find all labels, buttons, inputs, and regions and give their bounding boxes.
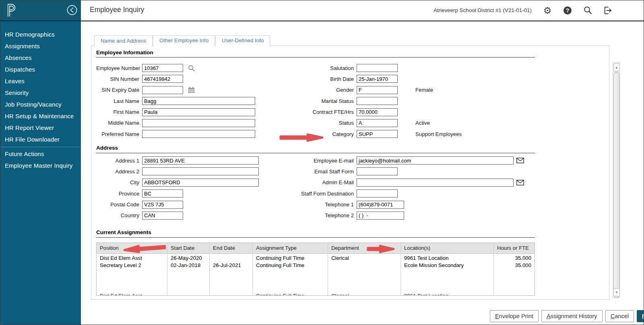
- cancel-button[interactable]: Cancel: [605, 310, 634, 322]
- calendar-icon[interactable]: [188, 87, 195, 93]
- first-name-field[interactable]: [142, 108, 255, 116]
- search-icon[interactable]: [583, 6, 592, 15]
- assignment-history-button[interactable]: Assignment History: [541, 310, 603, 322]
- help-icon[interactable]: ?: [563, 6, 572, 15]
- status-description: Active: [415, 120, 430, 126]
- category-description: Support Employees: [415, 131, 462, 137]
- marital-status-label: Marital Status: [264, 98, 354, 104]
- sidebar-item-hr-report-viewer[interactable]: HR Report Viewer: [0, 122, 81, 134]
- city-field[interactable]: [142, 179, 259, 187]
- contract-fte-hrs-field[interactable]: [357, 108, 398, 116]
- admin-email-label: Admin E-Mail: [264, 179, 354, 185]
- table-cell: Ecole Mission Secondary: [401, 262, 493, 269]
- address1-field[interactable]: [142, 156, 259, 165]
- birth-date-field[interactable]: [357, 75, 398, 83]
- assignment-type-link[interactable]: Continuing Full Time: [253, 292, 328, 295]
- sidebar-item-employee-master-inquiry[interactable]: Employee Master Inquiry: [0, 160, 81, 172]
- sidebar-item-leaves[interactable]: Leaves: [0, 76, 81, 87]
- content-panel: Employee Information Employee Number SIN…: [91, 45, 609, 300]
- column-header-assignment-type[interactable]: Assignment Type: [253, 243, 328, 253]
- employee-email-field[interactable]: [357, 156, 514, 165]
- postal-code-field[interactable]: [142, 201, 183, 209]
- telephone1-label: Telephone 1: [264, 202, 354, 208]
- position-column: Dist Ed Elem Asst Secretary Level 2 Dist…: [97, 254, 167, 295]
- logout-icon[interactable]: [603, 6, 612, 15]
- category-label: Category: [264, 131, 354, 137]
- sin-expiry-date-label: SIN Expiry Date: [96, 87, 139, 93]
- staff-form-destination-field[interactable]: [357, 189, 398, 197]
- column-header-department[interactable]: Department: [328, 243, 401, 253]
- next-button[interactable]: Next: [637, 310, 644, 322]
- address1-label: Address 1: [96, 158, 139, 164]
- table-cell: 35.000: [494, 255, 535, 262]
- middle-name-field[interactable]: [142, 119, 255, 127]
- last-name-field[interactable]: [142, 97, 255, 105]
- current-assignments-heading: Current Assignments: [96, 229, 151, 235]
- table-cell: Clerical: [328, 255, 400, 262]
- sidebar-item-hr-file-downloader[interactable]: HR File Downloader: [0, 134, 81, 146]
- end-date-column: 26-Jul-2021: [210, 254, 253, 295]
- column-header-position[interactable]: Position: [97, 243, 167, 253]
- sidebar-item-hr-demographics[interactable]: HR Demographics: [0, 29, 81, 41]
- sidebar: HR Demographics Assignments Absences Dis…: [0, 0, 81, 325]
- gender-field[interactable]: [357, 86, 398, 94]
- email-staff-form-field[interactable]: [357, 167, 398, 175]
- sidebar-item-absences[interactable]: Absences: [0, 52, 81, 64]
- sin-number-field[interactable]: [142, 75, 183, 83]
- column-header-end-date[interactable]: End Date: [210, 243, 253, 253]
- employee-number-field[interactable]: [142, 64, 183, 72]
- tab-name-and-address[interactable]: Name and Address: [94, 35, 153, 46]
- province-label: Province: [96, 191, 139, 197]
- salutation-field[interactable]: [357, 64, 398, 72]
- hours-or-fte-column: 35.000 35.000: [494, 254, 535, 295]
- sidebar-item-assignments[interactable]: Assignments: [0, 41, 81, 52]
- sidebar-collapse-button[interactable]: [66, 4, 78, 16]
- sidebar-item-seniority[interactable]: Seniority: [0, 87, 81, 99]
- employee-info-right-column: Salutation Birth Date Gender Female Mari…: [264, 64, 546, 138]
- assignments-table-header: Position Start Date End Date Assignment …: [97, 243, 535, 254]
- employee-number-label: Employee Number: [96, 65, 139, 71]
- sidebar-item-hr-setup-maintenance[interactable]: HR Setup & Maintenance: [0, 111, 81, 122]
- address2-field[interactable]: [142, 167, 259, 175]
- section-rule: [96, 237, 535, 238]
- marital-status-field[interactable]: [357, 97, 398, 105]
- location-link[interactable]: 9961 Test Location: [401, 292, 493, 295]
- scroll-down-button[interactable]: ▼: [613, 288, 620, 296]
- province-field[interactable]: [142, 189, 183, 197]
- telephone2-field[interactable]: [357, 212, 404, 220]
- scrollbar-thumb[interactable]: [613, 72, 620, 298]
- address2-label: Address 2: [96, 169, 139, 175]
- department-link[interactable]: Clerical: [328, 292, 400, 295]
- telephone1-field[interactable]: [357, 201, 404, 209]
- table-cell: [210, 255, 252, 262]
- sidebar-item-dispatches[interactable]: Dispatches: [0, 64, 81, 76]
- address-right-column: Employee E-mail Email Staff Form Admin E…: [264, 156, 546, 220]
- start-date-column: 26-May-2020 02-Jan-2018: [167, 254, 210, 295]
- column-header-locations[interactable]: Location(s): [401, 243, 494, 253]
- scroll-up-button[interactable]: ▲: [613, 63, 620, 72]
- app-window: HR Demographics Assignments Absences Dis…: [0, 0, 644, 325]
- status-field[interactable]: [357, 119, 398, 127]
- tab-user-defined-info[interactable]: User-Defined Info: [215, 35, 270, 46]
- sin-expiry-date-field[interactable]: [142, 86, 183, 94]
- tab-other-employee-info[interactable]: Other Employee Info: [153, 35, 215, 46]
- admin-email-field[interactable]: [357, 179, 514, 187]
- status-label: Status: [264, 120, 354, 126]
- column-header-hours-or-fte[interactable]: Hours or FTE: [494, 243, 535, 253]
- table-cell: Dist Ed Elem Asst: [97, 255, 167, 262]
- country-field[interactable]: [142, 212, 183, 220]
- sidebar-item-job-posting-vacancy[interactable]: Job Posting/Vacancy: [0, 99, 81, 111]
- preferred-name-field[interactable]: [142, 130, 255, 138]
- employee-lookup-icon[interactable]: [188, 65, 195, 72]
- column-header-start-date[interactable]: Start Date: [167, 243, 210, 253]
- email-staff-form-label: Email Staff Form: [264, 169, 354, 175]
- position-link[interactable]: Dist Ed Elem Asst: [97, 292, 167, 295]
- sidebar-item-future-actions[interactable]: Future Actions: [0, 148, 81, 160]
- admin-email-envelope-icon[interactable]: [516, 180, 524, 185]
- salutation-label: Salutation: [264, 65, 354, 71]
- envelope-print-button[interactable]: Envelope Print: [490, 310, 539, 322]
- category-field[interactable]: [357, 130, 398, 138]
- settings-gear-icon[interactable]: ⚙: [543, 6, 552, 15]
- vertical-scrollbar[interactable]: ▲ ▼: [613, 62, 620, 298]
- employee-email-envelope-icon[interactable]: [516, 158, 524, 163]
